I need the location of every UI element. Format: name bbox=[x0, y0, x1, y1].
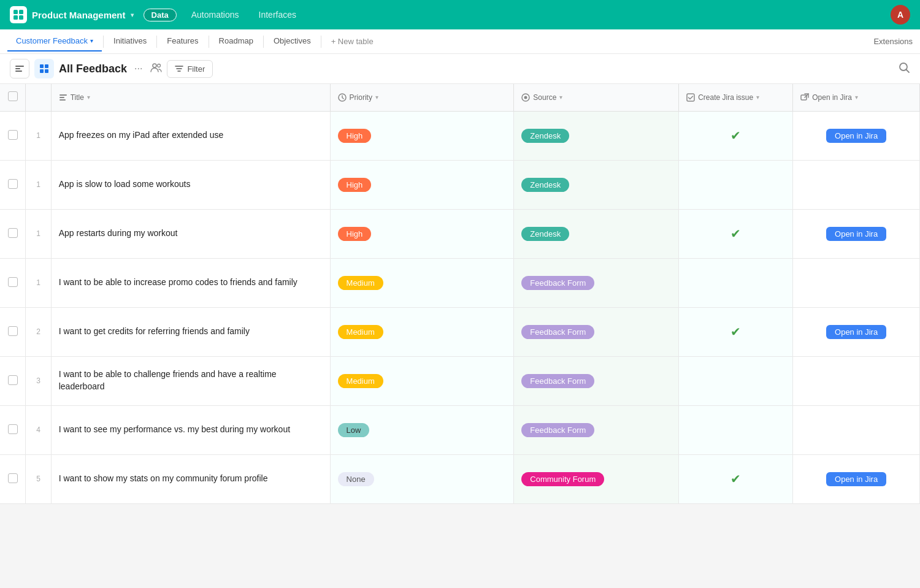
row-source[interactable]: Zendesk bbox=[514, 160, 679, 209]
table-row[interactable]: 1App freezes on my iPad after extended u… bbox=[0, 111, 920, 160]
table-row[interactable]: 3I want to be able to challenge friends … bbox=[0, 356, 920, 405]
nav-tab-interfaces[interactable]: Interfaces bbox=[254, 7, 301, 22]
row-checkbox-cell[interactable] bbox=[0, 356, 26, 405]
source-sort-arrow: ▾ bbox=[559, 94, 562, 101]
row-create-jira[interactable] bbox=[679, 258, 793, 307]
row-title: I want to get credits for referring frie… bbox=[51, 307, 330, 356]
th-create-jira-label: Create Jira issue bbox=[698, 93, 753, 102]
table-row[interactable]: 1I want to be able to increase promo cod… bbox=[0, 258, 920, 307]
table-row[interactable]: 2I want to get credits for referring fri… bbox=[0, 307, 920, 356]
tab-roadmap[interactable]: Roadmap bbox=[210, 31, 262, 52]
row-open-jira[interactable]: Open in Jira bbox=[793, 209, 920, 258]
row-checkbox-cell[interactable] bbox=[0, 258, 26, 307]
row-priority[interactable]: None bbox=[330, 454, 514, 503]
row-create-jira[interactable]: ✔ bbox=[679, 454, 793, 503]
row-checkbox[interactable] bbox=[8, 473, 18, 483]
row-create-jira[interactable] bbox=[679, 160, 793, 209]
table-row[interactable]: 4I want to see my performance vs. my bes… bbox=[0, 405, 920, 454]
row-priority[interactable]: High bbox=[330, 160, 514, 209]
row-source[interactable]: Feedback Form bbox=[514, 405, 679, 454]
table-row[interactable]: 5I want to show my stats on my community… bbox=[0, 454, 920, 503]
row-open-jira[interactable]: Open in Jira bbox=[793, 307, 920, 356]
row-checkbox[interactable] bbox=[8, 130, 18, 140]
source-badge: Zendesk bbox=[521, 129, 569, 143]
th-create-jira[interactable]: Create Jira issue ▾ bbox=[679, 84, 793, 111]
row-checkbox-cell[interactable] bbox=[0, 111, 26, 160]
open-jira-badge[interactable]: Open in Jira bbox=[826, 227, 886, 241]
row-number: 4 bbox=[26, 405, 51, 454]
row-priority[interactable]: High bbox=[330, 111, 514, 160]
jira-checkmark: ✔ bbox=[730, 129, 741, 142]
priority-badge: High bbox=[338, 129, 372, 143]
row-create-jira[interactable] bbox=[679, 405, 793, 454]
row-checkbox[interactable] bbox=[8, 179, 18, 189]
row-priority[interactable]: High bbox=[330, 209, 514, 258]
row-checkbox[interactable] bbox=[8, 326, 18, 336]
priority-badge: None bbox=[338, 472, 374, 486]
row-create-jira[interactable]: ✔ bbox=[679, 209, 793, 258]
select-all-checkbox[interactable] bbox=[8, 91, 18, 101]
top-navigation: Product Management ▾ Data Automations In… bbox=[0, 0, 920, 29]
row-source[interactable]: Zendesk bbox=[514, 209, 679, 258]
row-open-jira[interactable]: Open in Jira bbox=[793, 454, 920, 503]
row-source[interactable]: Feedback Form bbox=[514, 356, 679, 405]
sidebar-toggle-button[interactable] bbox=[10, 59, 29, 78]
app-logo[interactable]: Product Management ▾ bbox=[10, 6, 134, 23]
row-number: 1 bbox=[26, 209, 51, 258]
row-checkbox-cell[interactable] bbox=[0, 307, 26, 356]
row-source[interactable]: Feedback Form bbox=[514, 258, 679, 307]
row-priority[interactable]: Medium bbox=[330, 307, 514, 356]
row-checkbox[interactable] bbox=[8, 228, 18, 238]
row-source[interactable]: Zendesk bbox=[514, 111, 679, 160]
view-menu-dots[interactable]: ··· bbox=[132, 63, 145, 74]
row-priority[interactable]: Low bbox=[330, 405, 514, 454]
row-create-jira[interactable]: ✔ bbox=[679, 111, 793, 160]
search-button[interactable] bbox=[898, 61, 910, 77]
svg-rect-7 bbox=[40, 64, 44, 68]
row-open-jira[interactable]: Open in Jira bbox=[793, 111, 920, 160]
row-checkbox-cell[interactable] bbox=[0, 405, 26, 454]
th-priority[interactable]: Priority ▾ bbox=[330, 84, 514, 111]
row-open-jira[interactable] bbox=[793, 356, 920, 405]
row-open-jira[interactable] bbox=[793, 160, 920, 209]
row-create-jira[interactable] bbox=[679, 356, 793, 405]
open-jira-badge[interactable]: Open in Jira bbox=[826, 325, 886, 339]
people-icon[interactable] bbox=[150, 61, 162, 76]
row-checkbox-cell[interactable] bbox=[0, 209, 26, 258]
th-source[interactable]: Source ▾ bbox=[514, 84, 679, 111]
svg-rect-2 bbox=[13, 15, 18, 20]
th-open-jira-label: Open in Jira bbox=[812, 93, 852, 102]
tab-objectives[interactable]: Objectives bbox=[265, 31, 320, 52]
tab-features[interactable]: Features bbox=[158, 31, 207, 52]
th-open-jira[interactable]: Open in Jira ▾ bbox=[793, 84, 920, 111]
row-priority[interactable]: Medium bbox=[330, 356, 514, 405]
th-title[interactable]: Title ▾ bbox=[51, 84, 330, 111]
table-view-icon[interactable] bbox=[34, 59, 54, 78]
open-jira-badge[interactable]: Open in Jira bbox=[826, 129, 886, 143]
user-avatar[interactable]: A bbox=[891, 5, 910, 25]
row-checkbox[interactable] bbox=[8, 375, 18, 385]
row-source[interactable]: Feedback Form bbox=[514, 307, 679, 356]
row-open-jira[interactable] bbox=[793, 258, 920, 307]
jira-checkmark: ✔ bbox=[730, 472, 741, 486]
tab-new-table[interactable]: + New table bbox=[323, 32, 382, 51]
table-row[interactable]: 1App restarts during my workoutHighZende… bbox=[0, 209, 920, 258]
row-checkbox[interactable] bbox=[8, 277, 18, 287]
row-open-jira[interactable] bbox=[793, 405, 920, 454]
th-checkbox[interactable] bbox=[0, 84, 26, 111]
tab-customer-feedback[interactable]: Customer Feedback ▾ bbox=[7, 31, 102, 52]
tab-initiatives[interactable]: Initiatives bbox=[105, 31, 155, 52]
app-name-chevron[interactable]: ▾ bbox=[131, 12, 134, 18]
row-source[interactable]: Community Forum bbox=[514, 454, 679, 503]
nav-tab-automations[interactable]: Automations bbox=[186, 7, 244, 22]
row-create-jira[interactable]: ✔ bbox=[679, 307, 793, 356]
row-checkbox[interactable] bbox=[8, 424, 18, 434]
open-jira-badge[interactable]: Open in Jira bbox=[826, 472, 886, 486]
row-checkbox-cell[interactable] bbox=[0, 160, 26, 209]
row-checkbox-cell[interactable] bbox=[0, 454, 26, 503]
tab-extensions[interactable]: Extensions bbox=[873, 37, 913, 46]
row-priority[interactable]: Medium bbox=[330, 258, 514, 307]
table-row[interactable]: 1App is slow to load some workoutsHighZe… bbox=[0, 160, 920, 209]
nav-tab-data[interactable]: Data bbox=[144, 9, 177, 21]
filter-button[interactable]: Filter bbox=[167, 60, 213, 78]
